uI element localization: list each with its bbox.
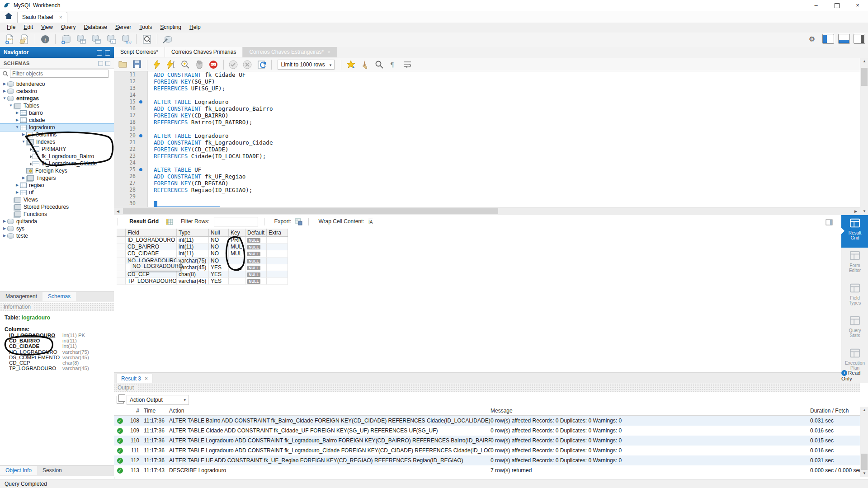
chevron-expanded-icon[interactable]: ▼ xyxy=(8,102,14,109)
output-vertical-scrollbar[interactable]: ▲ ▼ xyxy=(860,407,868,477)
beautify-query-icon[interactable] xyxy=(359,59,371,70)
tree-item-sys[interactable]: ▶sys xyxy=(0,225,114,232)
tab-schemas[interactable]: Schemas xyxy=(42,292,76,301)
tree-item-columns[interactable]: ▶Columns xyxy=(0,131,114,138)
table-row[interactable]: CD_CEPchar(8)YESNULL xyxy=(117,271,288,278)
row-selector[interactable] xyxy=(117,250,126,257)
chevron-collapsed-icon[interactable]: ▶ xyxy=(21,131,26,138)
tree-item-cadastro[interactable]: ▶cadastro xyxy=(0,88,114,95)
chevron-collapsed-icon[interactable]: ▶ xyxy=(14,182,20,189)
tree-item-uf[interactable]: ▶uf xyxy=(0,189,114,196)
tree-item-foreign-keys[interactable]: Foreign Keys xyxy=(0,167,114,174)
row-selector[interactable] xyxy=(117,264,126,271)
tab-close-icon[interactable]: × xyxy=(327,49,330,55)
tree-item-cidade[interactable]: ▶cidade xyxy=(0,117,114,124)
chevron-collapsed-icon[interactable]: ▶ xyxy=(2,232,7,239)
create-view-icon[interactable] xyxy=(90,33,102,46)
sidebar-item-result-grid[interactable]: ResultGrid xyxy=(841,215,868,248)
tree-item-fk-logradouro-cidade[interactable]: fk_Logradouro_Cidade xyxy=(0,160,114,167)
limit-rows-select[interactable]: Limit to 1000 rows▾ xyxy=(278,60,335,70)
chevron-collapsed-icon[interactable]: ▶ xyxy=(14,109,20,117)
chevron-collapsed-icon[interactable]: ▶ xyxy=(2,88,7,95)
connection-tab-close-icon[interactable]: × xyxy=(59,14,62,20)
tab-session[interactable]: Session xyxy=(37,466,67,475)
scroll-up-icon[interactable]: ▲ xyxy=(860,407,868,414)
copy-output-icon[interactable] xyxy=(117,396,124,404)
output-row[interactable]: ✓10911:17:36ALTER TABLE Cidade ADD CONST… xyxy=(114,426,860,436)
tab-management[interactable]: Management xyxy=(0,292,42,301)
output-row[interactable]: ✓11211:17:36ALTER TABLE UF ADD CONSTRAIN… xyxy=(114,455,860,465)
column-header-type[interactable]: Type xyxy=(177,229,209,237)
create-function-icon[interactable]: f(x) xyxy=(120,33,132,46)
tree-item-entregas[interactable]: ▼entregas xyxy=(0,95,114,102)
menu-server[interactable]: Server xyxy=(111,23,135,32)
sql-code-editor[interactable]: 11ADD CONSTRAINT fk_Cidade_UF12FOREIGN K… xyxy=(114,71,860,207)
home-button[interactable] xyxy=(2,12,15,22)
column-header-null[interactable]: Null xyxy=(209,229,229,237)
new-sql-tab-icon[interactable]: SQL xyxy=(3,33,16,46)
sidebar-item-field-types[interactable]: FieldTypes xyxy=(841,280,868,313)
add-snippet-icon[interactable] xyxy=(345,59,357,70)
tree-item-logradouro[interactable]: ▼logradouro xyxy=(0,124,114,131)
toggle-left-panel-icon[interactable] xyxy=(822,34,834,44)
stop-query-icon[interactable] xyxy=(193,59,205,70)
chevron-collapsed-icon[interactable]: ▶ xyxy=(14,117,20,124)
close-button[interactable]: × xyxy=(847,0,868,11)
search-objects-icon[interactable] xyxy=(141,33,153,46)
tree-item-primary[interactable]: PRIMARY xyxy=(0,145,114,153)
table-row[interactable]: ID_LOGRADOUROint(11)NOPRINULL xyxy=(117,237,288,244)
stop-on-error-icon[interactable]: SQL xyxy=(208,59,219,70)
editor-hscroll-thumb[interactable] xyxy=(123,208,498,214)
save-script-icon[interactable] xyxy=(131,59,143,70)
tree-item-quitanda[interactable]: ▶quitanda xyxy=(0,218,114,225)
tree-item-bairro[interactable]: ▶bairro xyxy=(0,109,114,117)
sidebar-item-query-stats[interactable]: QueryStats xyxy=(841,313,868,345)
editor-tab-script-correios[interactable]: Script Correios* xyxy=(114,47,165,57)
editor-horizontal-scrollbar[interactable]: ◄ ► xyxy=(114,207,860,216)
chevron-collapsed-icon[interactable]: ▶ xyxy=(14,189,20,196)
row-selector[interactable] xyxy=(117,244,126,250)
editor-vscroll-thumb[interactable] xyxy=(861,68,868,86)
editor-vertical-scrollbar[interactable]: ▲ ▼ xyxy=(860,58,868,215)
tab-object-info[interactable]: Object Info xyxy=(0,466,37,475)
menu-scripting[interactable]: Scripting xyxy=(156,23,185,32)
output-vscroll-thumb[interactable] xyxy=(861,454,868,470)
menu-view[interactable]: View xyxy=(37,23,57,32)
menu-query[interactable]: Query xyxy=(57,23,80,32)
chevron-expanded-icon[interactable]: ▼ xyxy=(14,124,20,131)
menu-edit[interactable]: Edit xyxy=(19,23,37,32)
editor-tab-correios-chaves-estrangeiras[interactable]: Correios Chaves Estrangeiras*× xyxy=(243,47,337,57)
chevron-expanded-icon[interactable]: ▼ xyxy=(21,138,26,145)
wrap-cell-content-icon[interactable]: ĪA xyxy=(368,219,373,225)
chevron-collapsed-icon[interactable]: ▶ xyxy=(2,225,7,232)
minimize-button[interactable]: – xyxy=(806,0,826,11)
output-row[interactable]: ✓11311:17:43DESCRIBE Logradouro7 row(s) … xyxy=(114,465,860,475)
row-selector[interactable] xyxy=(117,237,126,244)
chevron-expanded-icon[interactable]: ▼ xyxy=(2,95,7,102)
chevron-collapsed-icon[interactable]: ▶ xyxy=(2,218,7,225)
scroll-right-icon[interactable]: ► xyxy=(852,207,860,215)
maximize-button[interactable] xyxy=(826,0,847,11)
navigator-refresh-icon[interactable] xyxy=(97,50,102,56)
column-header-field[interactable]: Field xyxy=(126,229,177,237)
connection-tab[interactable]: Saulo Rafael × xyxy=(17,12,67,23)
toggle-preview-panel-icon[interactable] xyxy=(826,219,833,225)
tree-item-bdendereco[interactable]: ▶bdendereco xyxy=(0,80,114,88)
execute-script-icon[interactable] xyxy=(151,59,163,70)
tree-item-fk-logradouro-bairro[interactable]: fk_Logradouro_Bairro xyxy=(0,153,114,160)
column-header-extra[interactable]: Extra xyxy=(267,229,288,237)
editor-tab-correios-chaves-primarias[interactable]: Correios Chaves Primarias xyxy=(165,47,243,57)
explain-plan-icon[interactable] xyxy=(179,59,191,70)
result-tab[interactable]: Result 3× xyxy=(117,374,152,384)
tree-item-teste[interactable]: ▶teste xyxy=(0,232,114,239)
create-schema-icon[interactable] xyxy=(60,33,72,46)
open-sql-script-icon[interactable]: SQL xyxy=(18,33,31,46)
filter-rows-input[interactable] xyxy=(214,217,258,226)
create-table-icon[interactable] xyxy=(75,33,87,46)
tree-item-views[interactable]: Views xyxy=(0,196,114,203)
tree-item-triggers[interactable]: ▶Triggers xyxy=(0,174,114,182)
action-output-select[interactable]: Action Output▾ xyxy=(127,395,189,405)
scroll-up-icon[interactable]: ▲ xyxy=(860,58,868,65)
filter-input[interactable] xyxy=(10,70,108,78)
scroll-left-icon[interactable]: ◄ xyxy=(114,207,122,215)
